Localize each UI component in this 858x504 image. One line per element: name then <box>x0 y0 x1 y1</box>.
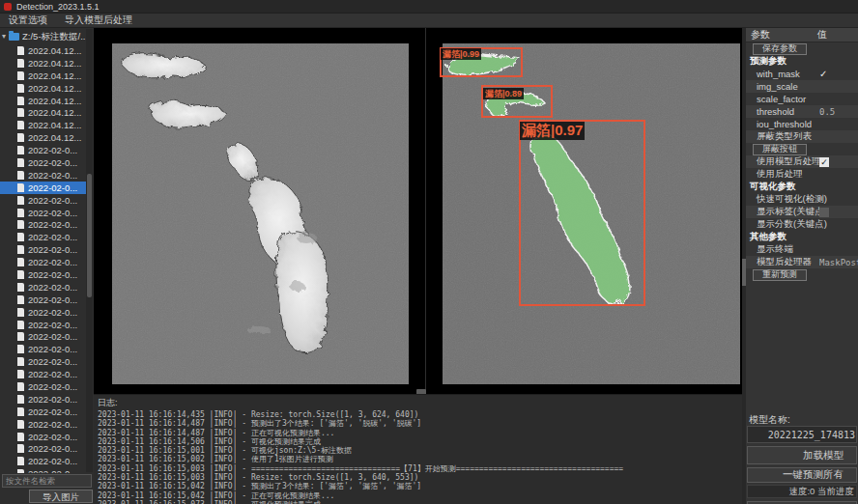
tree-item[interactable]: 2022.04.12... <box>0 131 86 144</box>
tree-root-label: Z:/5-标注数据/... <box>22 31 88 43</box>
app-logo-icon <box>4 3 12 11</box>
param-row[interactable]: 屏蔽类型列表 <box>746 130 858 143</box>
param-row[interactable]: scale_factor <box>746 93 858 105</box>
tree-item[interactable]: 2022-02-0... <box>0 231 86 243</box>
param-action-button[interactable]: 重新预测 <box>753 269 807 281</box>
tree-item[interactable]: 2022-02-0... <box>0 256 86 268</box>
menu-bar: 设置选项 导入模型后处理 <box>0 14 858 28</box>
tree-item-label: 2022.04.12... <box>28 45 81 56</box>
log-line: 2023-01-11 16:16:15,001 |INFO| - 可视化json… <box>94 446 742 455</box>
tree-item[interactable]: 2022-02-0... <box>0 281 86 294</box>
tree-item-label: 2022-02-0... <box>28 282 77 293</box>
tree-item[interactable]: 2022-02-0... <box>0 182 86 194</box>
tree-item[interactable]: 2022-02-0... <box>0 467 86 473</box>
tree-item[interactable]: 2022-02-0... <box>0 455 86 467</box>
tree-item[interactable]: 2022-02-0... <box>0 218 86 231</box>
menu-settings[interactable]: 设置选项 <box>9 14 47 27</box>
expander-arrow-icon[interactable]: ▾ <box>2 33 6 41</box>
load-model-button[interactable]: 加载模型 <box>747 446 857 464</box>
tree-item-label: 2022-02-0... <box>28 257 77 267</box>
checkbox[interactable] <box>819 208 829 217</box>
param-row[interactable]: 显示分数(关键点) <box>746 218 858 231</box>
tree-item[interactable]: 2022-02-0... <box>0 294 86 306</box>
tree-scrollbar-thumb[interactable] <box>87 174 92 297</box>
file-icon <box>17 295 24 304</box>
tree-item-label: 2022-02-0... <box>28 244 77 255</box>
tree-item[interactable]: 2022-02-0... <box>0 169 86 182</box>
tree-item[interactable]: 2022-02-0... <box>0 393 86 406</box>
tree-item[interactable]: 2022.04.12... <box>0 44 86 57</box>
log-line: 2023-01-11 16:16:15,042 |INFO| - 正在可视化预测… <box>94 491 742 500</box>
tree-item[interactable]: 2022.04.12... <box>0 70 86 82</box>
tree-item[interactable]: 2022-02-0... <box>0 431 86 443</box>
param-row[interactable]: img_scale <box>746 80 858 93</box>
file-icon <box>17 158 24 167</box>
model-name-value[interactable]: 20221225_174813 <box>747 426 857 443</box>
file-icon <box>17 457 24 465</box>
tree-item[interactable]: 2022-02-0... <box>0 330 86 343</box>
param-row[interactable]: iou_threshold <box>746 118 858 130</box>
file-icon <box>17 196 24 205</box>
tree-root-node[interactable]: ▾ Z:/5-标注数据/... <box>2 30 91 43</box>
param-row[interactable]: threshold0.5 <box>746 105 858 118</box>
file-icon <box>17 433 24 441</box>
param-row[interactable]: 使用模型后处理✓ <box>746 155 858 168</box>
param-value: 0.5 <box>819 107 858 117</box>
log-panel[interactable]: 日志: 2023-01-11 16:16:14,435 |INFO| - Res… <box>94 394 742 504</box>
tree-item[interactable]: 2022-02-0... <box>0 406 86 418</box>
param-action-button[interactable]: 屏蔽按钮 <box>753 144 807 155</box>
detection-label: 漏箔|0.99 <box>441 48 481 60</box>
file-icon <box>17 233 24 241</box>
tree-item[interactable]: 2022.04.12... <box>0 57 86 70</box>
tree-item[interactable]: 2022-02-0... <box>0 156 86 169</box>
param-row[interactable]: 使用后处理 <box>746 168 858 181</box>
check-icon: ✓ <box>819 69 827 79</box>
progress-status: 速度:0 当前进度 <box>747 485 857 498</box>
tree-item[interactable]: 2022.04.12... <box>0 106 86 119</box>
tree-item-label: 2022-02-0... <box>28 182 77 193</box>
tree-item-label: 2022-02-0... <box>28 307 77 318</box>
file-icon <box>17 183 24 192</box>
checkbox[interactable]: ✓ <box>819 157 829 167</box>
param-row[interactable]: 显示终端 <box>746 243 858 256</box>
tree-item[interactable]: 2022-02-0... <box>0 268 86 281</box>
tree-item-label: 2022-02-0... <box>28 232 77 242</box>
tree-item[interactable]: 2022-02-0... <box>0 380 86 393</box>
original-image-view[interactable] <box>112 43 409 384</box>
param-row[interactable]: 模型后处理器MaskPostPro <box>746 256 858 268</box>
tree-item[interactable]: 2022-02-0... <box>0 355 86 368</box>
menu-import-postprocess[interactable]: 导入模型后处理 <box>65 14 132 27</box>
param-action-button[interactable]: 保存参数 <box>753 43 807 55</box>
tree-item[interactable]: 2022-02-0... <box>0 343 86 355</box>
param-row: 重新预测 <box>746 268 858 281</box>
param-label: 其他参数 <box>746 231 786 243</box>
param-row[interactable]: 快速可视化(检测) <box>746 193 858 206</box>
param-section-row: 预测参数 <box>746 55 858 68</box>
tree-item[interactable]: 2022.04.12... <box>0 95 86 107</box>
param-value <box>819 208 858 217</box>
tree-item[interactable]: 2022.04.12... <box>0 82 86 95</box>
tree-item[interactable]: 2022-02-0... <box>0 144 86 156</box>
predict-all-button[interactable]: 一键预测所有 <box>747 467 857 483</box>
tree-item[interactable]: 2022.04.12... <box>0 119 86 131</box>
param-row[interactable]: 显示标签(关键点) <box>746 206 858 218</box>
tree-item[interactable]: 2022-02-0... <box>0 443 86 456</box>
folder-icon <box>9 33 19 41</box>
search-input[interactable] <box>2 474 92 488</box>
tree-item[interactable]: 2022-02-0... <box>0 319 86 331</box>
import-images-button[interactable]: 导入图片 <box>29 490 93 503</box>
tree-item-label: 2022-02-0... <box>28 331 77 342</box>
file-icon <box>17 46 24 55</box>
tree-item[interactable]: 2022-02-0... <box>0 207 86 219</box>
tree-item-label: 2022.04.12... <box>28 120 81 130</box>
tree-item[interactable]: 2022-02-0... <box>0 368 86 380</box>
param-row[interactable]: with_mask✓ <box>746 68 858 80</box>
file-list: 2022.04.12...2022.04.12...2022.04.12...2… <box>0 44 86 473</box>
file-icon <box>17 283 24 292</box>
tree-item[interactable]: 2022-02-0... <box>0 306 86 319</box>
log-line: 2023-01-11 16:16:14,487 |INFO| - 正在可视化预测… <box>94 429 742 437</box>
tree-item[interactable]: 2022-02-0... <box>0 243 86 256</box>
tree-item-label: 2022-02-0... <box>28 145 77 155</box>
tree-item[interactable]: 2022-02-0... <box>0 194 86 207</box>
tree-item[interactable]: 2022-02-0... <box>0 418 86 431</box>
